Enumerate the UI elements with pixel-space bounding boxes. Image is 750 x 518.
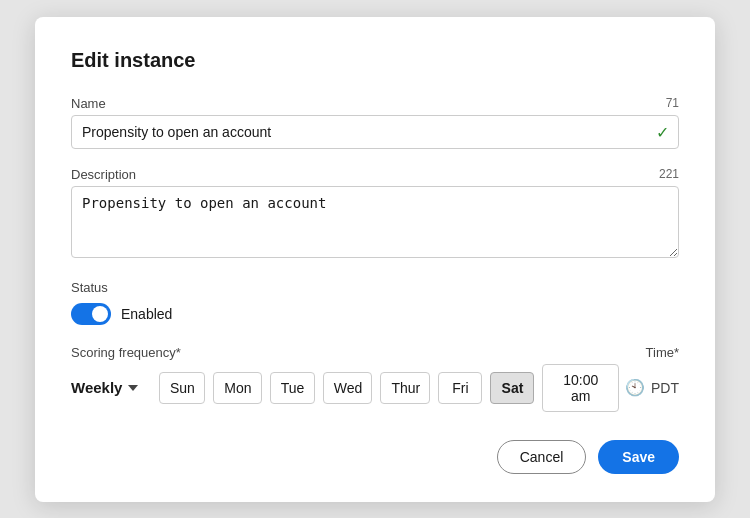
scoring-controls: Weekly Sun Mon Tue Wed Thur Fri Sat 10:0…: [71, 364, 679, 412]
toggle-track: [71, 303, 111, 325]
timezone-label: PDT: [651, 380, 679, 396]
scoring-row-labels: Scoring frequency* Time*: [71, 345, 679, 360]
toggle-thumb: [92, 306, 108, 322]
day-btn-thur[interactable]: Thur: [380, 372, 430, 404]
description-label-row: Description 221: [71, 167, 679, 182]
day-btn-wed[interactable]: Wed: [323, 372, 373, 404]
day-btn-sun[interactable]: Sun: [159, 372, 205, 404]
scoring-section: Scoring frequency* Time* Weekly Sun Mon …: [71, 345, 679, 412]
description-label: Description: [71, 167, 136, 182]
name-input[interactable]: [71, 115, 679, 149]
name-counter: 71: [666, 96, 679, 110]
time-value[interactable]: 10:00 am: [542, 364, 619, 412]
toggle-text: Enabled: [121, 306, 172, 322]
description-field-group: Description 221 Propensity to open an ac…: [71, 167, 679, 262]
name-label-row: Name 71: [71, 96, 679, 111]
toggle-row: Enabled: [71, 303, 679, 325]
day-btn-sat[interactable]: Sat: [490, 372, 534, 404]
modal-title: Edit instance: [71, 49, 679, 72]
frequency-value-text: Weekly: [71, 379, 122, 396]
day-btn-fri[interactable]: Fri: [438, 372, 482, 404]
check-icon: ✓: [656, 122, 669, 141]
time-label: Time*: [646, 345, 679, 360]
name-label: Name: [71, 96, 106, 111]
frequency-select[interactable]: Weekly: [71, 372, 151, 403]
day-btn-tue[interactable]: Tue: [270, 372, 315, 404]
edit-instance-modal: Edit instance Name 71 ✓ Description 221 …: [35, 17, 715, 502]
description-input[interactable]: Propensity to open an account: [71, 186, 679, 258]
cancel-button[interactable]: Cancel: [497, 440, 587, 474]
name-input-wrapper: ✓: [71, 115, 679, 149]
save-button[interactable]: Save: [598, 440, 679, 474]
scoring-frequency-label: Scoring frequency*: [71, 345, 181, 360]
day-btn-mon[interactable]: Mon: [213, 372, 261, 404]
clock-icon: 🕙: [625, 378, 645, 397]
time-input-group: 10:00 am 🕙 PDT: [542, 364, 679, 412]
description-counter: 221: [659, 167, 679, 181]
name-field-group: Name 71 ✓: [71, 96, 679, 149]
modal-footer: Cancel Save: [71, 440, 679, 474]
status-section: Status Enabled: [71, 280, 679, 325]
chevron-down-icon: [128, 385, 138, 391]
status-label: Status: [71, 280, 679, 295]
status-toggle[interactable]: [71, 303, 111, 325]
